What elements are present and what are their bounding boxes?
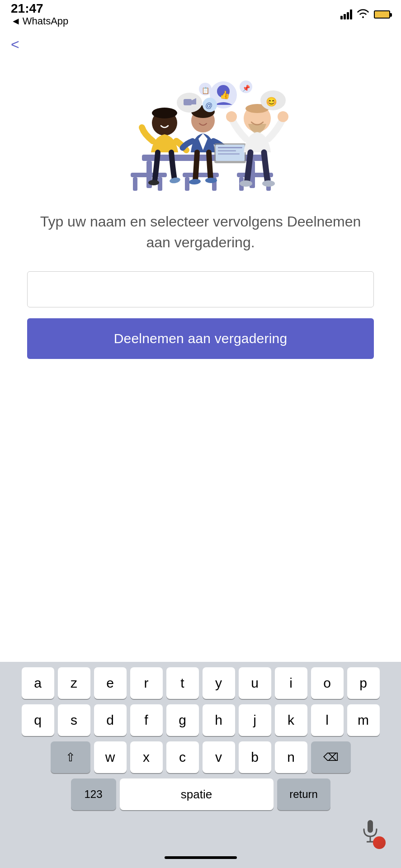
status-time: 21:47 [11,2,68,16]
svg-text:😊: 😊 [266,96,277,107]
svg-rect-47 [368,820,373,833]
svg-text:📌: 📌 [242,85,250,92]
key-k[interactable]: k [275,704,307,736]
back-arrow-small: ◄ [11,15,21,27]
key-e[interactable]: e [94,667,127,699]
key-t[interactable]: t [166,667,199,699]
key-m[interactable]: m [347,704,380,736]
key-d[interactable]: d [94,704,127,736]
key-c[interactable]: c [166,741,199,773]
svg-rect-4 [133,177,137,191]
key-s[interactable]: s [58,704,90,736]
svg-rect-3 [131,173,167,177]
meeting-illustration: 👍 😊 📋 📌 @ [106,64,296,200]
illustration-area: 👍 😊 📋 📌 @ [0,57,401,211]
signal-bars-icon [340,9,352,19]
svg-rect-22 [218,147,242,148]
svg-point-27 [226,111,237,122]
key-p[interactable]: p [347,667,380,699]
svg-rect-23 [218,150,236,151]
key-x[interactable]: x [130,741,163,773]
back-chevron-icon[interactable]: < [11,36,19,52]
key-a[interactable]: a [22,667,54,699]
keyboard: a z e r t y u i o p q s d f g h j k l m … [0,662,401,868]
svg-point-15 [169,177,181,184]
key-f[interactable]: f [130,704,163,736]
key-n[interactable]: n [275,741,307,773]
keyboard-row-1: a z e r t y u i o p [3,667,398,699]
space-key[interactable]: spatie [120,778,274,810]
key-r[interactable]: r [130,667,163,699]
name-input[interactable] [27,271,374,307]
main-content: Typ uw naam en selecteer vervolgens Deel… [0,211,401,359]
home-bar-area [3,851,398,868]
svg-point-19 [205,178,217,183]
key-l[interactable]: l [311,704,344,736]
battery-icon [374,10,390,19]
svg-point-28 [278,111,288,122]
keyboard-row-3: ⇧ w x c v b n ⌫ [3,741,398,773]
microphone-icon[interactable] [360,818,380,847]
shift-key[interactable]: ⇧ [51,741,90,773]
numbers-key[interactable]: 123 [71,778,116,810]
key-v[interactable]: v [203,741,235,773]
join-meeting-button[interactable]: Deelnemen aan vergadering [27,318,374,359]
svg-rect-5 [158,177,162,191]
key-o[interactable]: o [311,667,344,699]
home-bar [165,856,237,859]
o365-badge [373,836,386,849]
key-z[interactable]: z [58,667,90,699]
svg-text:👍: 👍 [220,90,230,100]
key-u[interactable]: u [239,667,271,699]
svg-text:📋: 📋 [202,87,210,94]
svg-rect-33 [184,99,192,105]
keyboard-row-bottom: 123 spatie return [3,778,398,810]
key-j[interactable]: j [239,704,271,736]
svg-point-18 [189,179,201,185]
svg-point-14 [148,180,159,185]
svg-point-29 [240,180,252,187]
key-b[interactable]: b [239,741,271,773]
svg-rect-24 [218,153,240,155]
status-bar: 21:47 ◄ WhatsApp [0,0,401,27]
return-key[interactable]: return [277,778,330,810]
wifi-icon [357,8,369,21]
key-y[interactable]: y [203,667,235,699]
delete-key[interactable]: ⌫ [311,741,351,773]
back-button[interactable]: < [0,32,401,57]
keyboard-row-2: q s d f g h j k l m [3,704,398,736]
svg-rect-6 [183,173,219,177]
status-right [340,8,390,21]
key-h[interactable]: h [203,704,235,736]
key-w[interactable]: w [94,741,127,773]
instruction-text: Typ uw naam en selecteer vervolgens Deel… [27,211,374,253]
key-i[interactable]: i [275,667,307,699]
svg-point-13 [152,108,177,118]
status-whatsapp: ◄ WhatsApp [11,15,68,27]
svg-point-30 [262,180,275,187]
svg-text:@: @ [205,102,212,109]
key-q[interactable]: q [22,704,54,736]
key-g[interactable]: g [166,704,199,736]
svg-rect-7 [185,177,189,191]
status-left: 21:47 ◄ WhatsApp [11,2,68,28]
